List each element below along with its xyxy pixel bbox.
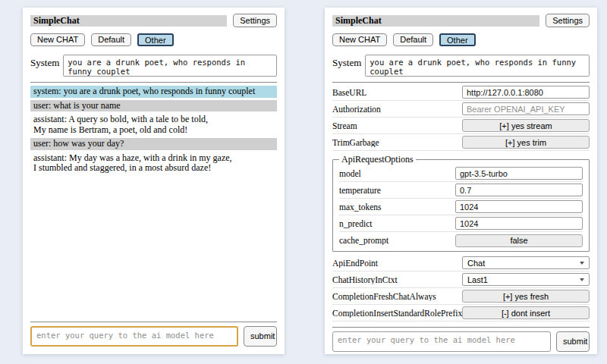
settings-row-apiendpoint: ApiEndPointChat (332, 255, 590, 271)
settings-row-model: model (339, 165, 583, 182)
chat-message-user: user: how was your day? (30, 138, 277, 150)
settings-label-completioninsertstandardroleprefix: CompletionInsertStandardRolePrefix (332, 309, 462, 318)
settings-row-authorization: Authorization (332, 101, 590, 118)
query-row: submit (30, 326, 277, 347)
settings-row-cache-prompt: cache_promptfalse (339, 232, 583, 249)
settings-rows-bottom: ApiEndPointChatChatHistoryInCtxtLast1Com… (332, 255, 590, 322)
settings-label-cache-prompt: cache_prompt (339, 236, 455, 245)
chat-message-user: user: what is your name (30, 100, 277, 112)
divider (30, 82, 277, 83)
chat-message-assistant: assistant: A query so bold, with a tale … (30, 114, 277, 136)
query-row: submit (332, 331, 590, 352)
settings-label-chathistoryinctxt: ChatHistoryInCtxt (332, 275, 462, 284)
chat-message-list: system: you are a drunk poet, who respon… (30, 86, 277, 177)
settings-row-baseurl: BaseURL (332, 84, 590, 101)
settings-label-baseurl: BaseURL (332, 88, 462, 97)
settings-row-max-tokens: max_tokens (339, 199, 583, 215)
session-buttons-row: New CHATDefaultOther (30, 33, 277, 46)
session-button-other[interactable]: Other (439, 33, 476, 46)
chat-panel: SimpleChat Settings New CHATDefaultOther… (23, 8, 285, 354)
query-input[interactable] (332, 331, 551, 352)
divider (332, 327, 590, 328)
session-button-new-chat[interactable]: New CHAT (332, 33, 387, 46)
system-prompt-input[interactable]: you are a drunk poet, who responds in fu… (365, 55, 590, 77)
session-buttons-row: New CHATDefaultOther (332, 33, 590, 46)
chevron-down-icon (580, 278, 584, 281)
divider (30, 322, 277, 322)
settings-row-completioninsertstandardroleprefix: CompletionInsertStandardRolePrefix[-] do… (332, 305, 590, 322)
settings-label-temperature: temperature (339, 186, 455, 195)
settings-label-model: model (339, 169, 455, 178)
settings-row-temperature: temperature (339, 182, 583, 199)
temperature-input[interactable] (455, 184, 583, 196)
settings-button[interactable]: Settings (546, 14, 590, 27)
app-title: SimpleChat (332, 15, 539, 27)
titlebar-row: SimpleChat Settings (30, 14, 277, 27)
api-request-options-legend: ApiRequestOptions (339, 154, 416, 165)
settings-panel: SimpleChat Settings New CHATDefaultOther… (325, 8, 597, 354)
app-title: SimpleChat (30, 15, 227, 27)
settings-row-stream: Stream[+] yes stream (332, 118, 590, 134)
completioninsertstandardroleprefix-toggle-button[interactable]: [-] dont insert (462, 306, 590, 319)
settings-button[interactable]: Settings (233, 14, 277, 27)
n-predict-input[interactable] (455, 217, 583, 230)
system-prompt-row: System you are a drunk poet, who respond… (332, 55, 590, 77)
chathistoryinctxt-selected-value: Last1 (467, 275, 488, 284)
api-request-options-fieldset: ApiRequestOptions modeltemperaturemax_to… (332, 154, 590, 252)
settings-rows-top: BaseURLAuthorizationStream[+] yes stream… (332, 84, 590, 151)
settings-label-trimgarbage: TrimGarbage (332, 138, 462, 147)
chat-message-system: system: you are a drunk poet, who respon… (30, 86, 277, 98)
session-button-new-chat[interactable]: New CHAT (30, 33, 85, 46)
completionfreshchatalways-toggle-button[interactable]: [+] yes fresh (462, 290, 590, 303)
chathistoryinctxt-select[interactable]: Last1 (462, 273, 590, 286)
settings-rows-fieldset: modeltemperaturemax_tokensn_predictcache… (339, 165, 583, 249)
model-input[interactable] (455, 167, 583, 180)
apiendpoint-selected-value: Chat (467, 259, 485, 268)
apiendpoint-select[interactable]: Chat (462, 256, 590, 269)
chat-message-assistant: assistant: My day was a haze, with a dri… (30, 152, 277, 174)
submit-button[interactable]: submit (556, 331, 590, 352)
cache-prompt-toggle-button[interactable]: false (455, 234, 583, 247)
system-label: System (30, 55, 59, 77)
settings-label-completionfreshchatalways: CompletionFreshChatAlways (332, 292, 462, 301)
settings-row-trimgarbage: TrimGarbage[+] yes trim (332, 134, 590, 151)
max-tokens-input[interactable] (455, 200, 583, 213)
settings-label-stream: Stream (332, 121, 462, 130)
query-input[interactable] (30, 326, 238, 347)
authorization-input[interactable] (462, 102, 590, 115)
chevron-down-icon (580, 262, 584, 265)
baseurl-input[interactable] (462, 86, 590, 99)
system-prompt-input[interactable]: you are a drunk poet, who responds in fu… (63, 55, 277, 77)
settings-row-chathistoryinctxt: ChatHistoryInCtxtLast1 (332, 271, 590, 288)
system-prompt-row: System you are a drunk poet, who respond… (30, 55, 277, 77)
titlebar-row: SimpleChat Settings (332, 14, 590, 27)
session-button-default[interactable]: Default (393, 33, 433, 46)
system-label: System (332, 55, 361, 77)
divider (332, 82, 590, 83)
settings-label-apiendpoint: ApiEndPoint (332, 259, 462, 268)
settings-label-n-predict: n_predict (339, 219, 455, 228)
session-button-default[interactable]: Default (91, 33, 131, 46)
submit-button[interactable]: submit (244, 326, 277, 347)
settings-label-authorization: Authorization (332, 105, 462, 114)
settings-row-completionfreshchatalways: CompletionFreshChatAlways[+] yes fresh (332, 288, 590, 305)
stream-toggle-button[interactable]: [+] yes stream (462, 119, 590, 132)
settings-row-n-predict: n_predict (339, 215, 583, 232)
session-button-other[interactable]: Other (137, 33, 174, 46)
trimgarbage-toggle-button[interactable]: [+] yes trim (462, 136, 590, 149)
settings-label-max-tokens: max_tokens (339, 202, 455, 212)
